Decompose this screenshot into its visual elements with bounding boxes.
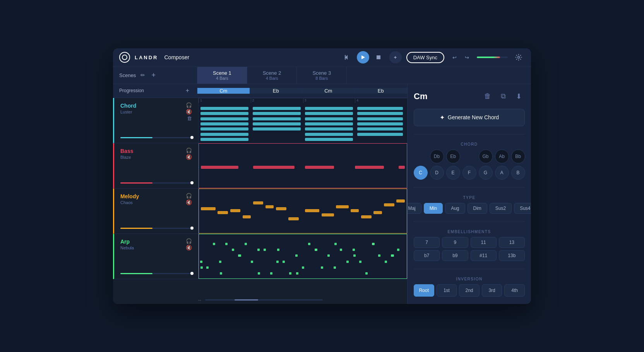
note[interactable]: [305, 112, 353, 115]
note[interactable]: [270, 272, 272, 275]
chord-cell-2[interactable]: Cm: [302, 88, 355, 94]
mute-button-bass[interactable]: 🔇: [186, 155, 192, 160]
note[interactable]: [308, 243, 310, 245]
redo-button[interactable]: ↪: [461, 52, 472, 63]
piano-roll-bass[interactable]: [199, 143, 407, 188]
note[interactable]: [357, 122, 403, 125]
note[interactable]: [200, 127, 248, 130]
note[interactable]: [295, 254, 298, 257]
inv-root-button[interactable]: Root: [414, 284, 434, 297]
note[interactable]: [276, 261, 279, 263]
key-e-button[interactable]: E: [446, 166, 460, 180]
inv-1st-button[interactable]: 1st: [437, 284, 457, 297]
note[interactable]: [351, 209, 359, 212]
headphone-button-melody[interactable]: 🎧: [186, 193, 192, 198]
note[interactable]: [305, 138, 353, 141]
settings-button[interactable]: [512, 51, 525, 64]
scroll-track[interactable]: [205, 299, 323, 300]
daw-sync-button[interactable]: DAW Sync: [406, 52, 444, 63]
type-min-button[interactable]: Min: [424, 203, 443, 214]
mute-button-melody[interactable]: 🔇: [186, 200, 192, 205]
scene-tab-3[interactable]: Scene 3 8 Bars: [297, 67, 347, 84]
note[interactable]: [353, 254, 356, 257]
note[interactable]: [355, 166, 384, 169]
copy-chord-button[interactable]: ⧉: [497, 90, 509, 103]
headphone-button-arp[interactable]: 🎧: [186, 239, 192, 244]
note[interactable]: [322, 213, 334, 216]
emb-b7-button[interactable]: b7: [414, 250, 440, 261]
emb-13-button[interactable]: 13: [499, 237, 525, 248]
note[interactable]: [315, 249, 317, 251]
mute-button-arp[interactable]: 🔇: [186, 245, 192, 250]
note[interactable]: [283, 261, 285, 263]
note[interactable]: [302, 266, 304, 269]
note[interactable]: [200, 117, 248, 120]
generate-chord-button[interactable]: ✦ Generate New Chord: [414, 109, 525, 126]
headphone-button-bass[interactable]: 🎧: [186, 148, 192, 153]
note[interactable]: [357, 117, 403, 120]
key-bb-button[interactable]: Bb: [511, 149, 525, 163]
key-g-button[interactable]: G: [479, 166, 493, 180]
note[interactable]: [357, 127, 403, 130]
note[interactable]: [334, 243, 337, 245]
note[interactable]: [396, 199, 404, 203]
piano-roll-arp[interactable]: [199, 234, 407, 279]
delete-chord-button[interactable]: 🗑: [481, 90, 494, 103]
key-c-button[interactable]: C: [414, 166, 428, 180]
note[interactable]: [305, 107, 353, 110]
note[interactable]: [289, 272, 291, 275]
note[interactable]: [372, 243, 375, 245]
note[interactable]: [361, 215, 372, 218]
key-db-button[interactable]: Db: [430, 149, 444, 163]
note[interactable]: [230, 209, 241, 212]
key-a-button[interactable]: A: [495, 166, 509, 180]
note[interactable]: [357, 112, 403, 115]
note[interactable]: [321, 266, 323, 269]
note[interactable]: [253, 127, 301, 130]
inv-3rd-button[interactable]: 3rd: [482, 284, 502, 297]
note[interactable]: [245, 243, 247, 245]
note[interactable]: [265, 205, 274, 208]
note[interactable]: [334, 266, 336, 269]
note[interactable]: [305, 166, 334, 169]
note[interactable]: [253, 107, 301, 110]
note[interactable]: [385, 261, 387, 263]
note[interactable]: [305, 133, 353, 136]
emb-13b-button[interactable]: 13b: [499, 250, 525, 261]
note[interactable]: [200, 112, 248, 115]
note[interactable]: [200, 138, 248, 141]
note[interactable]: [336, 205, 348, 208]
key-b-button[interactable]: B: [511, 166, 525, 180]
add-progression-button[interactable]: +: [184, 87, 191, 94]
type-sus4-button[interactable]: Sus4: [514, 203, 531, 214]
note[interactable]: [220, 272, 222, 275]
note[interactable]: [353, 249, 355, 251]
undo-button[interactable]: ↩: [449, 52, 460, 63]
note[interactable]: [257, 249, 260, 251]
note[interactable]: [373, 211, 382, 214]
note[interactable]: [384, 203, 394, 206]
vol-track-melody[interactable]: [120, 228, 192, 229]
piano-roll-melody[interactable]: [199, 189, 407, 234]
note[interactable]: [276, 207, 286, 210]
delete-button-chord[interactable]: 🗑: [187, 116, 192, 121]
note[interactable]: [243, 215, 251, 218]
scroll-left-icon[interactable]: ↔: [197, 297, 202, 303]
volume-track[interactable]: [477, 57, 508, 58]
note[interactable]: [264, 249, 266, 251]
note[interactable]: [340, 249, 342, 251]
headphone-button-chord[interactable]: 🎧: [186, 103, 192, 108]
note[interactable]: [218, 211, 228, 214]
type-maj-button[interactable]: Maj: [407, 203, 421, 214]
note[interactable]: [305, 127, 353, 130]
note[interactable]: [206, 266, 209, 269]
note[interactable]: [397, 249, 399, 251]
note[interactable]: [305, 122, 353, 125]
type-sus2-button[interactable]: Sus2: [490, 203, 512, 214]
chord-cell-0[interactable]: Cm: [197, 88, 250, 94]
note[interactable]: [239, 254, 241, 257]
note[interactable]: [201, 166, 238, 169]
sparkle-button[interactable]: ✦: [389, 51, 402, 64]
note[interactable]: [232, 249, 234, 251]
note[interactable]: [253, 201, 264, 204]
